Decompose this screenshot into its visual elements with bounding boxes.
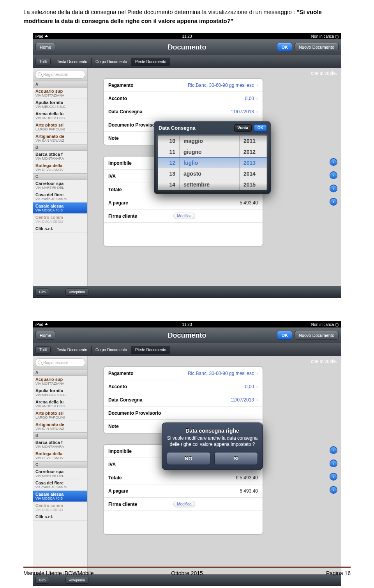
confirm-alert: Data consegna righe Si vuole modificare … bbox=[162, 423, 263, 470]
tab-testa[interactable]: Testa Documento bbox=[53, 58, 92, 66]
list-item[interactable]: Clik s.r.l. bbox=[33, 513, 87, 521]
row-acconto[interactable]: Acconto0,00› bbox=[104, 380, 263, 393]
picker-title: Data Consegna bbox=[159, 125, 196, 131]
row-a-pagare: A pagare5.493,40 bbox=[104, 196, 263, 209]
row-totale: Totale€ 5.493,40 bbox=[104, 471, 263, 484]
index-header-c: C bbox=[33, 461, 87, 468]
list-item[interactable]: Acquario supVIA MOTTAZIANA bbox=[33, 88, 87, 99]
list-item[interactable]: Centro commVIA DUCA DEGLI bbox=[33, 214, 87, 225]
list-item[interactable]: Arena della luVIA ANDREA COS bbox=[33, 398, 87, 410]
list-item[interactable]: Arte photo srlLARGO PAROLINI bbox=[33, 121, 87, 133]
list-item[interactable]: Arte photo srlLARGO PAROLINI bbox=[33, 410, 87, 421]
navbar-title: Documento bbox=[33, 331, 341, 340]
index-header-a: A bbox=[33, 81, 87, 88]
detail-disclosure-icon[interactable]: › bbox=[330, 185, 337, 192]
screenshot-1: iPad 11:23 Non in carica ▢ Home Document… bbox=[33, 33, 341, 298]
detail-disclosure-icon[interactable]: › bbox=[330, 473, 337, 480]
row-pagamento[interactable]: PagamentoRic.Banc. 30-60-90 gg mesi esc› bbox=[104, 367, 263, 380]
detail-disclosure-icon[interactable]: › bbox=[330, 447, 337, 454]
list-item[interactable]: Bottega dellaVIA DI VILLANOV bbox=[33, 450, 87, 461]
top-navbar: Home Documento OK Nuovo Documento bbox=[33, 327, 341, 343]
tab-corpo[interactable]: Corpo Documento bbox=[92, 346, 131, 354]
list-item[interactable]: Centro commVIA DUCA DEGLI bbox=[33, 502, 87, 513]
list-item[interactable]: Apulia fornituVIA MEUCCI 6,S.G bbox=[33, 387, 87, 398]
list-item[interactable]: Carrefour spaVIA MARTIRI DEL bbox=[33, 180, 87, 191]
list-item[interactable]: Barca ottica fVIA MONTANARA bbox=[33, 439, 87, 450]
row-firma: Firma clienteModifica bbox=[104, 498, 263, 511]
list-item[interactable]: Apulia fornituVIA MEUCCI 6,S.G bbox=[33, 99, 87, 110]
wheel-month-column[interactable]: maggio giugno luglio agosto settembre bbox=[180, 136, 240, 190]
wheel-day-column[interactable]: 10 11 12 13 14 bbox=[158, 136, 180, 190]
list-item[interactable]: Artigianato deVIA SAN VENANZ bbox=[33, 421, 87, 432]
tab-testa[interactable]: Testa Documento bbox=[53, 346, 92, 354]
index-header-c: C bbox=[33, 173, 87, 180]
date-wheel[interactable]: 10 11 12 13 14 maggio giugno luglio agos… bbox=[158, 136, 267, 190]
battery-label: Non in carica bbox=[311, 322, 334, 327]
panel-hint: che si vuole. bbox=[88, 356, 341, 366]
picker-clear-button[interactable]: Vuota bbox=[234, 124, 252, 132]
list-item-selected[interactable]: Casale alessaVIA MOSCA 40,S bbox=[33, 202, 87, 214]
chevron-right-icon: › bbox=[256, 83, 258, 88]
list-item[interactable]: Arena della luVIA ANDREA COS bbox=[33, 110, 87, 121]
list-item[interactable]: Artigianato deVIA SAN VENANZ bbox=[33, 133, 87, 144]
detail-disclosure-icon[interactable]: › bbox=[330, 486, 337, 493]
row-pagamento[interactable]: PagamentoRic.Banc. 30-60-90 gg mesi esc› bbox=[104, 79, 263, 92]
ios-statusbar: iPad 11:23 Non in carica ▢ bbox=[33, 321, 341, 327]
date-picker-popover: Data Consegna Vuota OK 10 11 12 13 14 bbox=[154, 121, 271, 194]
list-item[interactable]: Acquario supVIA MOTTAZIANA bbox=[33, 376, 87, 387]
tab-corpo[interactable]: Corpo Documento bbox=[92, 58, 131, 66]
list-item[interactable]: Barca ottica fVIA MONTANARA bbox=[33, 151, 87, 162]
detail-disclosure-icon[interactable]: › bbox=[330, 198, 337, 205]
picker-ok-button[interactable]: OK bbox=[254, 124, 267, 132]
customer-sidebar: Ragionesocial A Acquario supVIA MOTTAZIA… bbox=[33, 68, 88, 286]
alert-no-button[interactable]: NO bbox=[167, 452, 210, 465]
search-input[interactable]: Ragionesocial bbox=[35, 70, 85, 79]
list-item[interactable]: Casa del fioreVia ovella 48,San M bbox=[33, 191, 87, 202]
search-icon bbox=[38, 72, 42, 76]
signature-area[interactable] bbox=[104, 223, 263, 246]
list-item[interactable]: Carrefour spaVIA MARTIRI DEL bbox=[33, 468, 87, 479]
screenshot-2: iPad 11:23 Non in carica ▢ Home Document… bbox=[33, 321, 341, 586]
alert-message: Si vuole modificare anche la data conseg… bbox=[167, 435, 258, 447]
row-data-consegna[interactable]: Data Consegna11/07/2013› bbox=[104, 105, 263, 118]
list-item[interactable]: Bottega dellaVIA DI VILLANOV bbox=[33, 162, 87, 173]
row-doc-provvisorio[interactable]: Documento Provvisorio bbox=[104, 407, 263, 420]
detail-disclosure-icon[interactable]: › bbox=[330, 460, 337, 467]
search-placeholder: Ragionesocial bbox=[43, 72, 68, 77]
filter-tutti[interactable]: Tutti bbox=[35, 58, 51, 65]
intro-pre: La selezione della data di consegna nel … bbox=[23, 9, 296, 15]
alert-si-button[interactable]: SI bbox=[214, 452, 258, 465]
modifica-button[interactable]: Modifica bbox=[173, 213, 195, 219]
row-data-consegna[interactable]: Data Consegna12/07/2013› bbox=[104, 393, 263, 407]
ios-statusbar: iPad 11:23 Non in carica ▢ bbox=[33, 33, 341, 39]
row-firma: Firma clienteModifica bbox=[104, 209, 263, 223]
anteprima-button[interactable]: Anteprima bbox=[65, 577, 88, 584]
list-item[interactable]: Casa del fioreVia ovella 48,San M bbox=[33, 479, 87, 491]
tab-piede[interactable]: Piede Documento bbox=[131, 58, 170, 66]
device-label: iPad bbox=[35, 322, 43, 327]
giro-button[interactable]: Giro bbox=[35, 577, 49, 584]
tab-piede[interactable]: Piede Documento bbox=[131, 346, 170, 354]
signature-area[interactable] bbox=[104, 511, 263, 534]
anteprima-button[interactable]: Anteprima bbox=[65, 289, 88, 296]
tabs-bar: Tutti Testa Documento Corpo Documento Pi… bbox=[33, 55, 341, 68]
chevron-right-icon: › bbox=[256, 371, 258, 376]
detail-disclosure-icon[interactable]: › bbox=[330, 172, 337, 179]
search-input[interactable]: Ragionesocial bbox=[35, 358, 85, 367]
navbar-title: Documento bbox=[33, 43, 341, 51]
wheel-year-column[interactable]: 2011 2012 2013 2014 2015 bbox=[240, 136, 267, 190]
footer-left: Manuale Utente iBOWMobile bbox=[23, 570, 132, 576]
top-navbar: Home Documento OK Nuovo Documento bbox=[33, 39, 341, 55]
modifica-button[interactable]: Modifica bbox=[173, 501, 195, 507]
list-item-selected[interactable]: Casale alessaVIA MOSCA 40,S bbox=[33, 491, 87, 502]
filter-tutti[interactable]: Tutti bbox=[35, 346, 51, 354]
intro-paragraph: La selezione della data di consegna nel … bbox=[23, 8, 351, 25]
detail-disclosure-icon[interactable]: › bbox=[330, 158, 337, 165]
bottom-toolbar: Giro Anteprima bbox=[33, 286, 341, 298]
status-time: 11:23 bbox=[136, 34, 237, 39]
list-item[interactable]: Clik s.r.l. bbox=[33, 225, 87, 232]
wifi-icon bbox=[45, 35, 48, 37]
row-acconto[interactable]: Acconto0,00› bbox=[104, 92, 263, 105]
chevron-right-icon: › bbox=[256, 384, 258, 389]
giro-button[interactable]: Giro bbox=[35, 289, 49, 296]
